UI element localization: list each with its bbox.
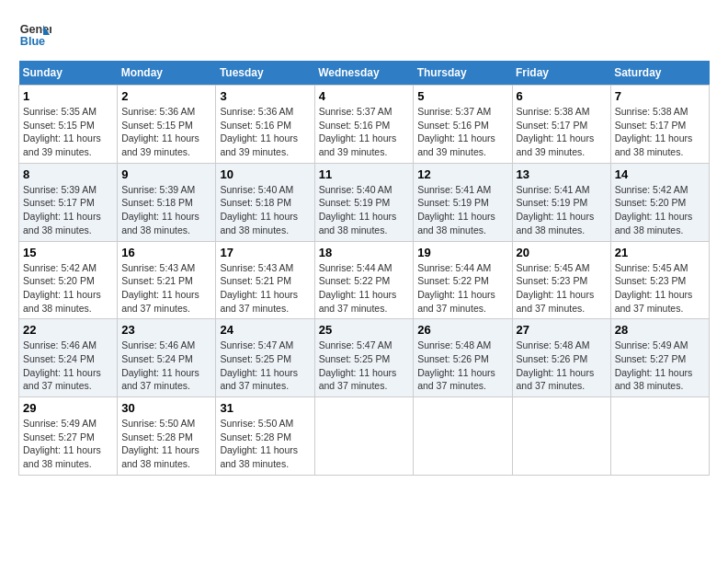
day-info: Sunrise: 5:49 AMSunset: 5:27 PMDaylight:… xyxy=(615,339,693,391)
calendar-cell xyxy=(414,397,512,476)
svg-text:Blue: Blue xyxy=(20,35,45,48)
day-number: 14 xyxy=(615,167,705,181)
calendar-cell: 31 Sunrise: 5:50 AMSunset: 5:28 PMDaylig… xyxy=(216,397,314,476)
calendar-cell: 27 Sunrise: 5:48 AMSunset: 5:26 PMDaylig… xyxy=(512,319,610,397)
day-info: Sunrise: 5:47 AMSunset: 5:25 PMDaylight:… xyxy=(319,339,397,391)
calendar-cell: 6 Sunrise: 5:38 AMSunset: 5:17 PMDayligh… xyxy=(512,86,610,164)
day-info: Sunrise: 5:44 AMSunset: 5:22 PMDaylight:… xyxy=(417,262,495,314)
weekday-header-sunday: Sunday xyxy=(19,61,118,86)
calendar-cell: 2 Sunrise: 5:36 AMSunset: 5:15 PMDayligh… xyxy=(118,86,216,164)
calendar-cell: 3 Sunrise: 5:36 AMSunset: 5:16 PMDayligh… xyxy=(216,86,314,164)
calendar-cell: 1 Sunrise: 5:35 AMSunset: 5:15 PMDayligh… xyxy=(19,86,118,164)
calendar-cell: 24 Sunrise: 5:47 AMSunset: 5:25 PMDaylig… xyxy=(216,319,314,397)
day-number: 31 xyxy=(220,401,310,415)
day-info: Sunrise: 5:40 AMSunset: 5:18 PMDaylight:… xyxy=(220,184,298,236)
day-number: 7 xyxy=(615,89,705,103)
day-number: 20 xyxy=(517,246,607,259)
day-number: 13 xyxy=(517,167,607,181)
calendar-cell: 9 Sunrise: 5:39 AMSunset: 5:18 PMDayligh… xyxy=(118,163,216,241)
day-number: 3 xyxy=(220,89,310,103)
day-number: 24 xyxy=(220,323,310,337)
day-info: Sunrise: 5:39 AMSunset: 5:17 PMDaylight:… xyxy=(23,184,101,236)
day-number: 1 xyxy=(23,89,113,103)
day-number: 18 xyxy=(319,246,410,259)
day-number: 9 xyxy=(121,167,211,181)
calendar-cell: 28 Sunrise: 5:49 AMSunset: 5:27 PMDaylig… xyxy=(610,319,709,397)
calendar-week-row: 29 Sunrise: 5:49 AMSunset: 5:27 PMDaylig… xyxy=(19,397,710,476)
calendar-cell: 5 Sunrise: 5:37 AMSunset: 5:16 PMDayligh… xyxy=(414,86,512,164)
calendar-cell: 25 Sunrise: 5:47 AMSunset: 5:25 PMDaylig… xyxy=(314,319,414,397)
day-number: 12 xyxy=(417,167,507,181)
day-info: Sunrise: 5:38 AMSunset: 5:17 PMDaylight:… xyxy=(517,106,595,157)
calendar-cell: 18 Sunrise: 5:44 AMSunset: 5:22 PMDaylig… xyxy=(314,241,414,319)
weekday-header-friday: Friday xyxy=(512,61,610,86)
day-number: 21 xyxy=(615,246,705,259)
weekday-header-wednesday: Wednesday xyxy=(314,61,414,86)
day-info: Sunrise: 5:43 AMSunset: 5:21 PMDaylight:… xyxy=(121,262,199,314)
weekday-header-monday: Monday xyxy=(118,61,216,86)
calendar-cell: 13 Sunrise: 5:41 AMSunset: 5:19 PMDaylig… xyxy=(512,163,610,241)
day-number: 26 xyxy=(417,323,507,337)
day-info: Sunrise: 5:45 AMSunset: 5:23 PMDaylight:… xyxy=(615,262,693,314)
day-number: 4 xyxy=(319,89,410,103)
day-number: 5 xyxy=(417,89,507,103)
calendar-cell: 14 Sunrise: 5:42 AMSunset: 5:20 PMDaylig… xyxy=(610,163,709,241)
day-info: Sunrise: 5:40 AMSunset: 5:19 PMDaylight:… xyxy=(319,184,397,236)
weekday-header-saturday: Saturday xyxy=(610,61,709,86)
day-info: Sunrise: 5:41 AMSunset: 5:19 PMDaylight:… xyxy=(417,184,495,236)
day-info: Sunrise: 5:47 AMSunset: 5:25 PMDaylight:… xyxy=(220,339,298,391)
calendar-cell: 4 Sunrise: 5:37 AMSunset: 5:16 PMDayligh… xyxy=(314,86,414,164)
day-info: Sunrise: 5:46 AMSunset: 5:24 PMDaylight:… xyxy=(23,339,101,391)
calendar-cell: 17 Sunrise: 5:43 AMSunset: 5:21 PMDaylig… xyxy=(216,241,314,319)
calendar-week-row: 8 Sunrise: 5:39 AMSunset: 5:17 PMDayligh… xyxy=(19,163,710,241)
day-info: Sunrise: 5:48 AMSunset: 5:26 PMDaylight:… xyxy=(517,339,595,391)
calendar-cell: 19 Sunrise: 5:44 AMSunset: 5:22 PMDaylig… xyxy=(414,241,512,319)
day-number: 11 xyxy=(319,167,410,181)
calendar-cell: 22 Sunrise: 5:46 AMSunset: 5:24 PMDaylig… xyxy=(19,319,118,397)
day-info: Sunrise: 5:41 AMSunset: 5:19 PMDaylight:… xyxy=(517,184,595,236)
day-info: Sunrise: 5:50 AMSunset: 5:28 PMDaylight:… xyxy=(220,418,298,469)
calendar-week-row: 1 Sunrise: 5:35 AMSunset: 5:15 PMDayligh… xyxy=(19,86,710,164)
day-info: Sunrise: 5:42 AMSunset: 5:20 PMDaylight:… xyxy=(615,184,693,236)
calendar-cell: 11 Sunrise: 5:40 AMSunset: 5:19 PMDaylig… xyxy=(314,163,414,241)
day-number: 6 xyxy=(517,89,607,103)
calendar-cell: 8 Sunrise: 5:39 AMSunset: 5:17 PMDayligh… xyxy=(19,163,118,241)
calendar-week-row: 22 Sunrise: 5:46 AMSunset: 5:24 PMDaylig… xyxy=(19,319,710,397)
calendar-cell: 30 Sunrise: 5:50 AMSunset: 5:28 PMDaylig… xyxy=(118,397,216,476)
calendar-cell: 15 Sunrise: 5:42 AMSunset: 5:20 PMDaylig… xyxy=(19,241,118,319)
calendar-cell xyxy=(610,397,709,476)
calendar-cell: 20 Sunrise: 5:45 AMSunset: 5:23 PMDaylig… xyxy=(512,241,610,319)
day-number: 16 xyxy=(121,246,211,259)
logo-icon: General Blue xyxy=(18,18,51,52)
day-info: Sunrise: 5:43 AMSunset: 5:21 PMDaylight:… xyxy=(220,262,298,314)
day-info: Sunrise: 5:37 AMSunset: 5:16 PMDaylight:… xyxy=(417,106,495,157)
day-number: 22 xyxy=(23,323,113,337)
day-number: 10 xyxy=(220,167,310,181)
day-info: Sunrise: 5:37 AMSunset: 5:16 PMDaylight:… xyxy=(319,106,397,157)
day-info: Sunrise: 5:49 AMSunset: 5:27 PMDaylight:… xyxy=(23,418,101,469)
day-number: 19 xyxy=(417,246,507,259)
day-number: 2 xyxy=(121,89,211,103)
day-info: Sunrise: 5:42 AMSunset: 5:20 PMDaylight:… xyxy=(23,262,101,314)
calendar-cell: 10 Sunrise: 5:40 AMSunset: 5:18 PMDaylig… xyxy=(216,163,314,241)
day-number: 17 xyxy=(220,246,310,259)
header: General Blue xyxy=(18,18,710,52)
calendar-cell xyxy=(512,397,610,476)
day-info: Sunrise: 5:39 AMSunset: 5:18 PMDaylight:… xyxy=(121,184,199,236)
day-info: Sunrise: 5:46 AMSunset: 5:24 PMDaylight:… xyxy=(121,339,199,391)
calendar-cell: 12 Sunrise: 5:41 AMSunset: 5:19 PMDaylig… xyxy=(414,163,512,241)
day-info: Sunrise: 5:36 AMSunset: 5:16 PMDaylight:… xyxy=(220,106,298,157)
day-number: 23 xyxy=(121,323,211,337)
weekday-header-row: SundayMondayTuesdayWednesdayThursdayFrid… xyxy=(19,61,710,86)
day-info: Sunrise: 5:44 AMSunset: 5:22 PMDaylight:… xyxy=(319,262,397,314)
day-number: 15 xyxy=(23,246,113,259)
calendar-cell: 29 Sunrise: 5:49 AMSunset: 5:27 PMDaylig… xyxy=(19,397,118,476)
day-info: Sunrise: 5:45 AMSunset: 5:23 PMDaylight:… xyxy=(517,262,595,314)
day-number: 8 xyxy=(23,167,113,181)
day-number: 29 xyxy=(23,401,113,415)
day-number: 25 xyxy=(319,323,410,337)
day-info: Sunrise: 5:38 AMSunset: 5:17 PMDaylight:… xyxy=(615,106,693,157)
calendar-cell: 16 Sunrise: 5:43 AMSunset: 5:21 PMDaylig… xyxy=(118,241,216,319)
calendar-cell: 21 Sunrise: 5:45 AMSunset: 5:23 PMDaylig… xyxy=(610,241,709,319)
day-info: Sunrise: 5:35 AMSunset: 5:15 PMDaylight:… xyxy=(23,106,101,157)
